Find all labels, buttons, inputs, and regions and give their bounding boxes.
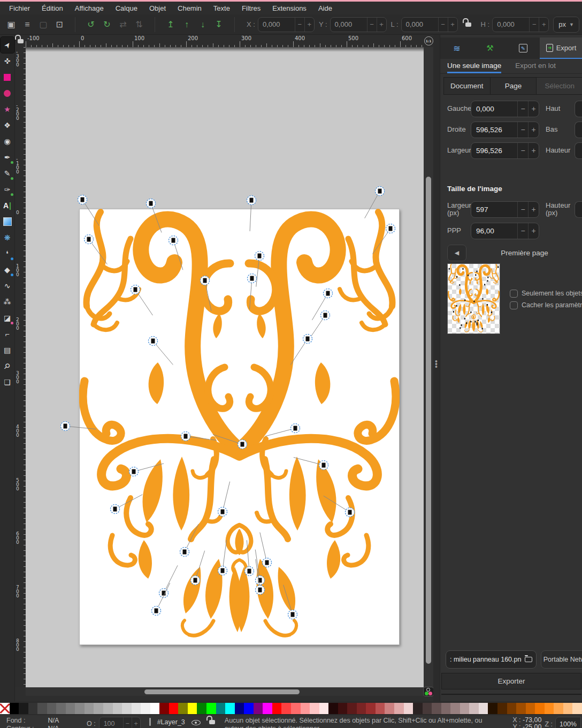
color-swatch[interactable] bbox=[479, 703, 488, 714]
color-swatch[interactable] bbox=[376, 703, 385, 714]
x-field[interactable]: 0,000−+ bbox=[258, 17, 315, 32]
gauche-field[interactable]: 0,000−+ bbox=[471, 101, 539, 117]
eraser-tool[interactable]: ◪ bbox=[1, 310, 14, 326]
checkbox-icon[interactable] bbox=[510, 301, 518, 309]
swatch-none[interactable] bbox=[0, 703, 10, 714]
color-swatch[interactable] bbox=[526, 703, 535, 714]
star-tool[interactable]: ★ bbox=[1, 101, 14, 117]
menu-extensions[interactable]: Extensions bbox=[266, 3, 312, 13]
color-swatch[interactable] bbox=[66, 703, 75, 714]
raise-to-top-icon[interactable]: ↥ bbox=[163, 17, 179, 32]
color-swatch[interactable] bbox=[441, 703, 451, 714]
tab-batch-export[interactable]: Export en lot bbox=[515, 59, 556, 73]
node-tool[interactable]: ✜ bbox=[1, 53, 14, 69]
color-swatch[interactable] bbox=[338, 703, 348, 714]
color-swatch[interactable] bbox=[301, 703, 310, 714]
vertical-ruler[interactable]: - 3 0 0- 2 0 0- 1 0 001 0 02 0 03 0 04 0… bbox=[15, 47, 26, 687]
menu-texte[interactable]: Texte bbox=[208, 3, 236, 13]
deselect-icon[interactable]: ▢ bbox=[35, 17, 51, 32]
selection-frame-icon[interactable]: ⊡ bbox=[51, 17, 67, 32]
color-swatch[interactable] bbox=[159, 703, 169, 714]
color-swatch[interactable] bbox=[572, 703, 582, 714]
unit-dropdown[interactable]: px▼ bbox=[553, 17, 579, 33]
menu-aide[interactable]: Aide bbox=[312, 3, 338, 13]
opacity-control[interactable]: O : 100−+ bbox=[87, 717, 141, 728]
flip-horizontal-icon[interactable]: ⇄ bbox=[115, 17, 131, 32]
color-swatch[interactable] bbox=[28, 703, 38, 714]
fill-stroke-indicator[interactable]: Fond : Contour : N/AN/A bbox=[0, 715, 87, 728]
vertical-scrollbar[interactable] bbox=[424, 47, 433, 687]
color-swatch[interactable] bbox=[206, 703, 216, 714]
haut-field[interactable] bbox=[575, 101, 582, 117]
panel-resize-handle[interactable]: ••• bbox=[433, 35, 440, 701]
minus-icon[interactable]: − bbox=[123, 717, 132, 728]
paint-bucket-tool[interactable]: ◆ bbox=[1, 262, 14, 278]
color-swatch[interactable] bbox=[254, 703, 263, 714]
color-swatch[interactable] bbox=[450, 703, 460, 714]
plus-icon[interactable]: + bbox=[448, 18, 457, 32]
color-swatch[interactable] bbox=[178, 703, 188, 714]
tweak-tool[interactable]: ∿ bbox=[1, 278, 14, 294]
color-swatch[interactable] bbox=[394, 703, 404, 714]
color-swatch[interactable] bbox=[113, 703, 122, 714]
spiral-tool[interactable]: ◉ bbox=[1, 133, 14, 149]
export-tab[interactable]: Export bbox=[540, 37, 582, 59]
minus-icon[interactable]: − bbox=[529, 18, 539, 32]
previous-page-button[interactable]: ◀ bbox=[447, 245, 466, 261]
color-swatch[interactable] bbox=[103, 703, 113, 714]
color-swatch[interactable] bbox=[141, 703, 150, 714]
color-swatch[interactable] bbox=[47, 703, 57, 714]
zoom-value[interactable]: 100% bbox=[555, 717, 581, 728]
color-swatch[interactable] bbox=[10, 703, 19, 714]
ruler-lock[interactable] bbox=[15, 35, 26, 47]
ellipse-tool[interactable] bbox=[1, 85, 14, 101]
selector-tool[interactable]: ➤ bbox=[1, 37, 14, 53]
zoom-control[interactable]: Z : 100% bbox=[545, 717, 581, 728]
minus-icon[interactable]: − bbox=[517, 122, 528, 138]
minus-icon[interactable]: − bbox=[517, 202, 528, 217]
color-swatch[interactable] bbox=[535, 703, 545, 714]
layer-name[interactable]: #Layer_3 bbox=[157, 718, 185, 726]
color-swatch[interactable] bbox=[507, 703, 517, 714]
select-in-all-layers-icon[interactable]: ≡ bbox=[19, 17, 35, 32]
format-select-button[interactable]: Portable Netw bbox=[541, 650, 582, 669]
menu-affichage[interactable]: Affichage bbox=[69, 3, 110, 13]
color-swatch[interactable] bbox=[488, 703, 497, 714]
largeur-px-field[interactable]: 597−+ bbox=[471, 201, 539, 218]
option-selected-only[interactable]: Seulement les objets s bbox=[510, 288, 582, 299]
minus-icon[interactable]: − bbox=[438, 18, 448, 32]
color-swatch[interactable] bbox=[85, 703, 94, 714]
color-swatch[interactable] bbox=[37, 703, 47, 714]
box3d-tool[interactable]: ❖ bbox=[1, 117, 14, 133]
scrollbar-thumb[interactable] bbox=[426, 177, 431, 664]
menu-calque[interactable]: Calque bbox=[110, 3, 143, 13]
color-swatch[interactable] bbox=[122, 703, 132, 714]
area-page-button[interactable]: Page bbox=[490, 77, 537, 95]
minus-icon[interactable]: − bbox=[367, 18, 377, 32]
color-swatch[interactable] bbox=[263, 703, 272, 714]
color-swatch[interactable] bbox=[169, 703, 179, 714]
pen-tool[interactable]: ✒ bbox=[1, 149, 14, 165]
lower-icon[interactable]: ↓ bbox=[195, 17, 211, 32]
plus-icon[interactable]: + bbox=[528, 143, 539, 158]
objects-tab[interactable]: ≋ bbox=[440, 37, 473, 59]
ppp-field[interactable]: 96,00−+ bbox=[471, 223, 539, 239]
rotate-ccw-icon[interactable]: ↺ bbox=[83, 17, 99, 32]
pages-tool[interactable]: ❏ bbox=[1, 374, 14, 390]
fill-stroke-tab[interactable]: ✎ bbox=[507, 37, 540, 59]
plus-icon[interactable]: + bbox=[377, 18, 386, 32]
flip-vertical-icon[interactable]: ⇅ bbox=[131, 17, 147, 32]
color-swatch[interactable] bbox=[469, 703, 479, 714]
color-swatch[interactable] bbox=[244, 703, 254, 714]
color-swatch[interactable] bbox=[291, 703, 301, 714]
hauteur-field[interactable] bbox=[575, 142, 582, 159]
y-field[interactable]: 0,000−+ bbox=[330, 17, 387, 32]
color-swatch[interactable] bbox=[188, 703, 197, 714]
text-tool[interactable]: A| bbox=[1, 198, 14, 214]
color-swatch[interactable] bbox=[216, 703, 226, 714]
rotate-cw-icon[interactable]: ↻ bbox=[99, 17, 115, 32]
ornament-artwork[interactable] bbox=[26, 47, 424, 687]
area-selection-button[interactable]: Sélection bbox=[536, 77, 582, 95]
hauteur-px-field[interactable] bbox=[575, 201, 582, 218]
measure-tool[interactable]: ▤ bbox=[1, 342, 14, 358]
